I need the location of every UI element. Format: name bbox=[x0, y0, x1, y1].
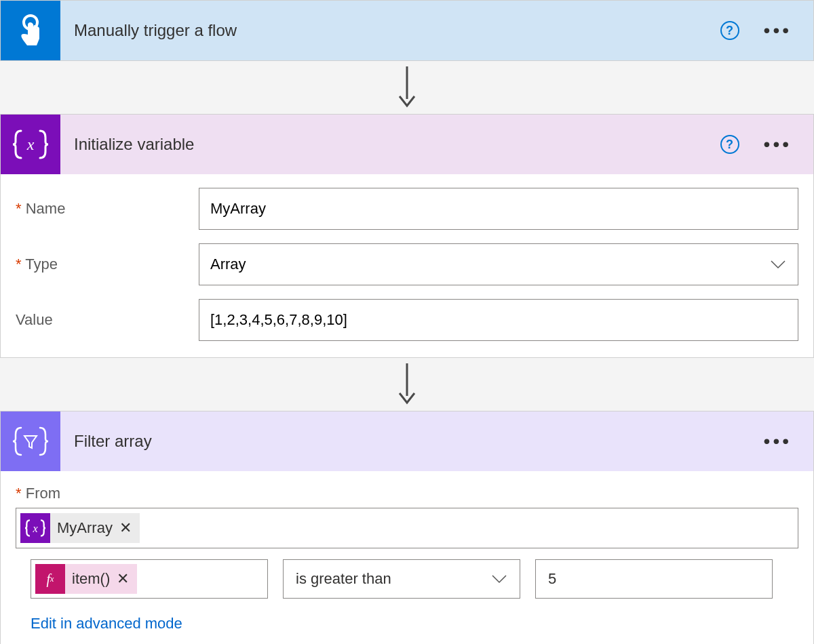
name-label: * Name bbox=[16, 200, 199, 218]
filter-icon bbox=[1, 411, 60, 471]
connector bbox=[0, 358, 814, 411]
name-label-text: Name bbox=[26, 200, 66, 217]
type-select[interactable] bbox=[199, 243, 798, 285]
condition-left-input[interactable]: fx item() ✕ bbox=[31, 559, 268, 599]
type-row: * Type bbox=[16, 243, 798, 285]
filter-array-title: Filter array bbox=[60, 432, 761, 451]
svg-text:x: x bbox=[26, 136, 35, 153]
trigger-header[interactable]: Manually trigger a flow ? ••• bbox=[1, 1, 813, 60]
value-label: Value bbox=[16, 311, 199, 329]
condition-operator-value: is greater than bbox=[296, 570, 391, 588]
condition-right-input[interactable]: 5 bbox=[535, 559, 773, 599]
trigger-actions: ? ••• bbox=[720, 18, 813, 43]
manual-trigger-icon bbox=[1, 1, 60, 60]
type-label: * Type bbox=[16, 256, 199, 273]
expression-token: fx item() ✕ bbox=[35, 564, 137, 594]
variable-icon: x bbox=[1, 115, 60, 174]
condition-operator-select[interactable]: is greater than bbox=[283, 559, 520, 599]
edit-advanced-mode-link[interactable]: Edit in advanced mode bbox=[16, 615, 798, 632]
name-row: * Name bbox=[16, 188, 798, 230]
filter-array-actions: ••• bbox=[761, 429, 813, 454]
trigger-card: Manually trigger a flow ? ••• bbox=[0, 0, 814, 61]
initialize-variable-header[interactable]: x Initialize variable ? ••• bbox=[1, 115, 813, 174]
connector bbox=[0, 61, 814, 114]
variable-token-icon: x bbox=[20, 513, 50, 543]
more-menu-button[interactable]: ••• bbox=[761, 429, 794, 454]
from-token: x MyArray ✕ bbox=[20, 513, 140, 543]
help-icon[interactable]: ? bbox=[720, 21, 739, 40]
svg-text:x: x bbox=[32, 523, 38, 534]
filter-array-body: * From x MyArray ✕ fx item() bbox=[1, 471, 813, 644]
value-row: Value bbox=[16, 299, 798, 341]
filter-array-card: Filter array ••• * From x MyArray ✕ bbox=[0, 411, 814, 644]
braces-filter-icon bbox=[13, 426, 48, 456]
type-label-text: Type bbox=[25, 256, 58, 273]
from-token-label: MyArray bbox=[57, 519, 113, 537]
value-label-text: Value bbox=[16, 311, 53, 328]
trigger-title: Manually trigger a flow bbox=[60, 21, 720, 40]
help-icon[interactable]: ? bbox=[720, 135, 739, 154]
remove-token-button[interactable]: ✕ bbox=[117, 570, 129, 588]
initialize-variable-card: x Initialize variable ? ••• * Name * Typ… bbox=[0, 114, 814, 358]
from-label-text: From bbox=[26, 485, 60, 502]
more-menu-button[interactable]: ••• bbox=[761, 18, 794, 43]
touch-icon bbox=[16, 14, 45, 47]
arrow-down-icon bbox=[397, 363, 417, 405]
expression-token-label: item() bbox=[72, 570, 110, 588]
from-label: * From bbox=[16, 485, 798, 502]
filter-array-header[interactable]: Filter array ••• bbox=[1, 411, 813, 471]
initialize-variable-title: Initialize variable bbox=[60, 135, 720, 154]
more-menu-button[interactable]: ••• bbox=[761, 132, 794, 157]
from-input[interactable]: x MyArray ✕ bbox=[16, 508, 798, 548]
remove-token-button[interactable]: ✕ bbox=[119, 519, 132, 537]
braces-x-icon: x bbox=[13, 129, 48, 159]
value-input[interactable] bbox=[199, 299, 798, 341]
arrow-down-icon bbox=[397, 66, 417, 108]
condition-row: fx item() ✕ is greater than 5 bbox=[16, 559, 798, 599]
fx-icon: fx bbox=[35, 564, 65, 594]
condition-right-value: 5 bbox=[548, 570, 556, 588]
initialize-variable-actions: ? ••• bbox=[720, 132, 813, 157]
chevron-down-icon bbox=[491, 574, 507, 584]
initialize-variable-body: * Name * Type Value bbox=[1, 174, 813, 357]
name-input[interactable] bbox=[199, 188, 798, 230]
